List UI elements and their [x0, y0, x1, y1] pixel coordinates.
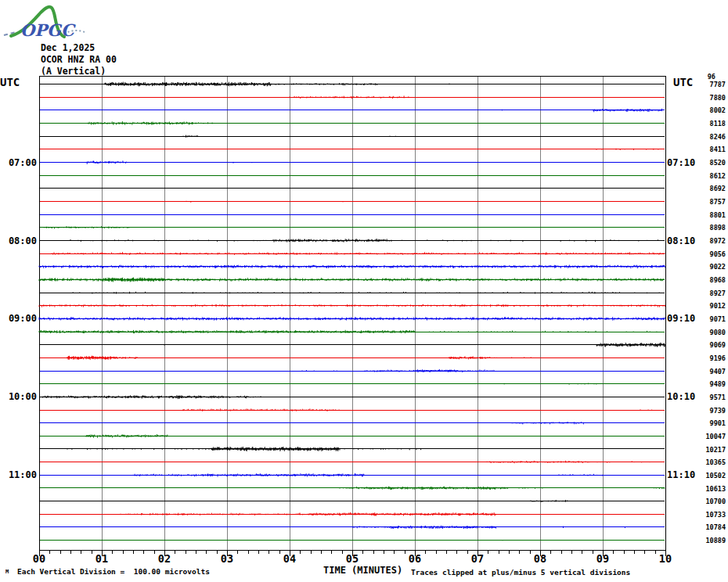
x-tick-label-07: 07: [466, 552, 489, 565]
trace-value-label-row13: 8972: [700, 237, 726, 245]
trace-value-label-row9: 8692: [700, 185, 726, 192]
trace-value-label-row36: 10889: [700, 537, 726, 544]
trace-noise-row25: [42, 395, 261, 399]
trace-value-label-row4: 8118: [700, 120, 726, 128]
left-hour-label-10:00: 10:00: [2, 391, 37, 402]
trace-value-label-row20: 9080: [700, 329, 726, 336]
trace-value-label-row18: 9012: [700, 302, 726, 310]
right-hour-label-10:10: 10:10: [667, 391, 702, 402]
x-tick-label-10: 10: [654, 552, 677, 565]
trace-value-label-row34: 10733: [700, 511, 726, 519]
trace-value-label-row8: 8612: [700, 172, 726, 180]
trace-value-label-row16: 8968: [700, 276, 726, 284]
x-tick-label-05: 05: [341, 552, 364, 565]
left-hour-label-11:00: 11:00: [2, 469, 37, 480]
x-tick-label-01: 01: [90, 552, 114, 565]
trace-value-label-row23: 9407: [700, 368, 726, 375]
trace-value-label-row14: 9056: [700, 250, 726, 258]
trace-value-label-row26: 9739: [700, 407, 726, 415]
x-tick-label-00: 00: [27, 552, 51, 565]
trace-noise-row19: [39, 317, 665, 321]
trace-value-label-row7: 8520: [700, 159, 726, 167]
trace-noise-row13: [70, 239, 658, 242]
trace-value-label-row22: 9196: [700, 354, 726, 362]
trace-value-label-row11: 8801: [700, 211, 726, 219]
right-hour-label-09:10: 09:10: [667, 313, 702, 324]
trace-value-label-row27: 9901: [700, 419, 726, 427]
trace-noise-row28: [86, 434, 168, 438]
left-hour-label-08:00: 08:00: [2, 235, 37, 246]
trace-value-label-row21: 9069: [700, 341, 726, 349]
trace-value-label-row35: 10784: [700, 523, 726, 531]
trace-value-label-row25: 9571: [700, 393, 726, 401]
clip-note: Traces clipped at plus/minus 5 vertical …: [411, 568, 630, 577]
trace-value-label-row29: 10217: [700, 446, 726, 454]
x-tick-label-02: 02: [153, 552, 176, 565]
trace-value-label-row6: 8411: [700, 146, 726, 153]
left-hour-label-09:00: 09:00: [2, 313, 37, 324]
right-hour-label-08:10: 08:10: [667, 235, 702, 246]
trace-value-label-row33: 10700: [700, 498, 726, 505]
right-hour-label-11:10: 11:10: [667, 469, 702, 480]
trace-value-label-row12: 8898: [700, 224, 726, 232]
left-hour-label-07:00: 07:00: [2, 157, 37, 168]
trace-noise-row15: [39, 265, 665, 269]
x-tick-label-08: 08: [528, 552, 552, 565]
x-axis-title: TIME (MINUTES): [323, 565, 402, 576]
scale-note: Each Vertical Division = 100.00 microvol…: [17, 567, 210, 576]
trace-value-label-row30: 10365: [700, 458, 726, 466]
trace-value-label-row10: 8757: [700, 198, 726, 206]
x-tick-label-06: 06: [403, 552, 427, 565]
trace-value-label-row15: 9022: [700, 263, 726, 271]
trace-value-label-row19: 9071: [700, 315, 726, 323]
trace-value-label-row24: 9489: [700, 380, 726, 388]
trace-value-label-row28: 10047: [700, 433, 726, 440]
trace-value-label-row32: 10613: [700, 485, 726, 493]
trace-value-label-row2: 7880: [700, 94, 726, 102]
trace-value-label-row31: 10502: [700, 472, 726, 480]
right-hour-label-07:10: 07:10: [667, 157, 702, 168]
helicorder-page: OPGC Dec 1,2025 OCOR HNZ RA 00 (A Vertic…: [0, 0, 728, 582]
trace-value-label-row1: 7787: [700, 81, 726, 88]
trace-value-label-row5: 8246: [700, 133, 726, 141]
x-tick-label-04: 04: [278, 552, 301, 565]
helicorder-plot: [0, 0, 728, 582]
x-tick-label-03: 03: [215, 552, 239, 565]
micro-glyph: M: [5, 569, 9, 575]
trace-value-label-row17: 8927: [700, 289, 726, 297]
trace-value-label-row3: 8002: [700, 106, 726, 114]
x-tick-label-09: 09: [591, 552, 614, 565]
